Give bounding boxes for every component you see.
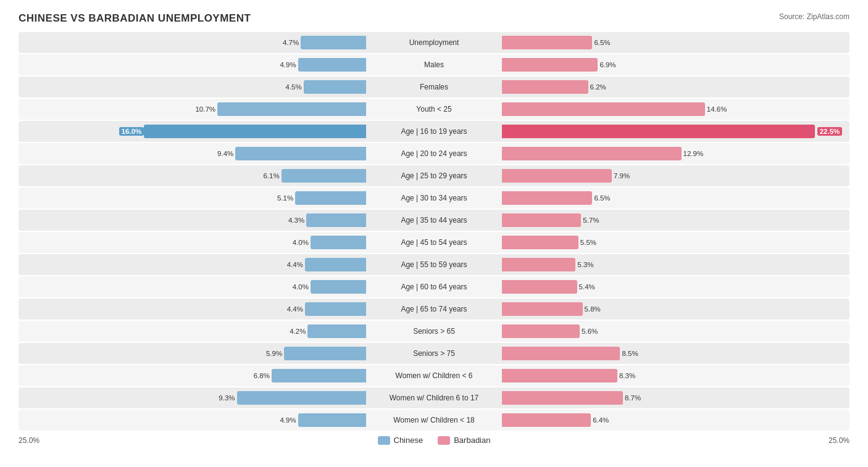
bar-chinese <box>311 280 366 294</box>
left-section: 6.8% <box>19 365 366 386</box>
value-chinese: 4.9% <box>280 61 296 68</box>
bar-row: 4.0%Age | 60 to 64 years5.4% <box>19 276 849 297</box>
value-chinese: 9.3% <box>219 394 235 402</box>
value-barbadian: 8.7% <box>625 394 641 402</box>
bar-inner: 5.9%Seniors > 758.5% <box>19 343 849 364</box>
value-chinese: 6.1% <box>263 172 279 180</box>
bar-label: Age | 30 to 34 years <box>366 194 502 202</box>
bar-label: Youth < 25 <box>366 105 502 114</box>
bar-label: Females <box>366 83 502 91</box>
value-barbadian: 6.9% <box>599 61 616 68</box>
bar-label: Age | 35 to 44 years <box>366 216 502 225</box>
value-chinese: 4.4% <box>287 305 303 313</box>
chart-body: 4.7%Unemployment6.5%4.9%Males6.9%4.5%Fem… <box>19 32 849 431</box>
value-chinese: 4.0% <box>293 239 309 246</box>
value-chinese: 4.9% <box>280 416 296 424</box>
bar-chinese <box>307 324 366 338</box>
bar-inner: 4.9%Males6.9% <box>19 54 849 75</box>
bar-row: 4.2%Seniors > 655.6% <box>19 321 849 342</box>
value-barbadian: 8.3% <box>619 372 635 379</box>
bar-label: Age | 45 to 54 years <box>366 238 502 247</box>
bar-row: 10.7%Youth < 2514.6% <box>19 99 849 120</box>
bar-barbadian <box>502 236 578 249</box>
value-barbadian: 22.5% <box>817 127 843 136</box>
bar-chinese <box>301 36 366 49</box>
value-barbadian: 14.6% <box>707 105 727 113</box>
chinese-swatch <box>378 436 390 445</box>
bar-row: 4.5%Females6.2% <box>19 76 849 97</box>
bar-barbadian <box>502 36 592 49</box>
bar-label: Seniors > 75 <box>366 349 502 358</box>
bar-barbadian <box>502 80 588 94</box>
bar-chinese <box>306 213 366 227</box>
bar-label: Women w/ Children 6 to 17 <box>366 394 502 402</box>
right-section: 22.5% <box>502 121 849 142</box>
bar-inner: 4.0%Age | 60 to 64 years5.4% <box>19 276 849 297</box>
right-section: 8.7% <box>502 387 849 408</box>
left-section: 4.9% <box>19 54 366 75</box>
bar-barbadian <box>502 102 705 116</box>
bar-barbadian <box>502 347 620 360</box>
bar-barbadian <box>502 147 682 160</box>
bar-chinese <box>235 147 366 160</box>
bar-chinese <box>311 236 366 249</box>
left-section: 4.7% <box>19 32 366 53</box>
value-chinese: 4.0% <box>293 283 309 291</box>
bar-row: 4.9%Males6.9% <box>19 54 849 75</box>
value-chinese: 4.3% <box>288 217 304 224</box>
bar-barbadian <box>502 58 598 72</box>
bar-chinese <box>304 80 366 94</box>
right-section: 6.9% <box>502 54 849 75</box>
chart-footer: 25.0% Chinese Barbadian 25.0% <box>19 436 849 445</box>
axis-label-right: 25.0% <box>812 436 849 445</box>
bar-inner: 4.0%Age | 45 to 54 years5.5% <box>19 232 849 253</box>
bar-chinese <box>298 58 366 72</box>
bar-inner: 4.2%Seniors > 655.6% <box>19 321 849 342</box>
bar-chinese <box>217 102 366 116</box>
value-barbadian: 5.7% <box>583 217 599 224</box>
value-barbadian: 6.4% <box>593 416 609 424</box>
left-section: 4.3% <box>19 210 366 231</box>
value-barbadian: 5.8% <box>585 305 601 313</box>
left-section: 10.7% <box>19 99 366 120</box>
bar-barbadian <box>502 280 577 294</box>
bar-inner: 4.7%Unemployment6.5% <box>19 32 849 53</box>
legend-item-chinese: Chinese <box>378 436 424 445</box>
bar-row: 6.1%Age | 25 to 29 years7.9% <box>19 165 849 186</box>
right-section: 6.4% <box>502 410 849 431</box>
bar-row: 4.0%Age | 45 to 54 years5.5% <box>19 232 849 253</box>
left-section: 16.0% <box>19 121 366 142</box>
left-section: 5.9% <box>19 343 366 364</box>
bar-chinese <box>295 191 366 205</box>
bar-inner: 6.8%Women w/ Children < 68.3% <box>19 365 849 386</box>
right-section: 5.8% <box>502 299 849 320</box>
bar-row: 9.4%Age | 20 to 24 years12.9% <box>19 143 849 164</box>
value-barbadian: 7.9% <box>614 172 630 180</box>
chart-header: CHINESE VS BARBADIAN UNEMPLOYMENT Source… <box>19 12 849 25</box>
bar-label: Age | 60 to 64 years <box>366 283 502 291</box>
bar-chinese <box>305 258 366 271</box>
value-chinese: 4.2% <box>290 328 306 335</box>
bar-inner: 4.5%Females6.2% <box>19 76 849 97</box>
bar-label: Age | 20 to 24 years <box>366 149 502 158</box>
bar-chinese <box>282 169 366 183</box>
chart-title: CHINESE VS BARBADIAN UNEMPLOYMENT <box>19 12 251 25</box>
bar-inner: 4.3%Age | 35 to 44 years5.7% <box>19 210 849 231</box>
bar-inner: 5.1%Age | 30 to 34 years6.5% <box>19 188 849 209</box>
left-section: 5.1% <box>19 188 366 209</box>
value-barbadian: 5.6% <box>582 328 598 335</box>
right-section: 14.6% <box>502 99 849 120</box>
left-section: 4.4% <box>19 299 366 320</box>
value-barbadian: 5.5% <box>580 239 596 246</box>
value-chinese: 4.5% <box>285 83 301 91</box>
value-chinese: 4.7% <box>283 39 299 46</box>
right-section: 5.7% <box>502 210 849 231</box>
chart-source: Source: ZipAtlas.com <box>779 12 849 21</box>
bar-label: Seniors > 65 <box>366 327 502 336</box>
bar-barbadian <box>502 258 575 271</box>
value-chinese: 10.7% <box>195 105 215 113</box>
axis-label-left: 25.0% <box>19 436 56 445</box>
bar-label: Age | 16 to 19 years <box>366 127 502 136</box>
bar-row: 4.4%Age | 65 to 74 years5.8% <box>19 299 849 320</box>
bar-chinese <box>237 391 366 405</box>
